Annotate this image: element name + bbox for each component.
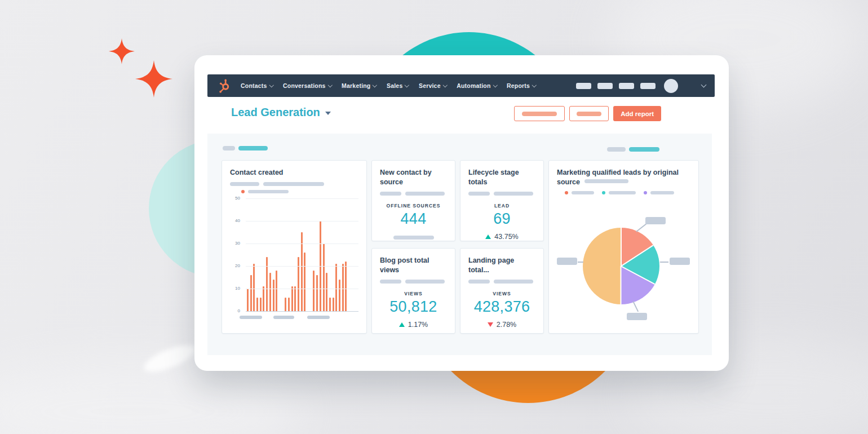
nav-item-marketing[interactable]: Marketing — [342, 82, 377, 89]
y-axis-tick: 20 — [235, 263, 240, 268]
chevron-down-icon — [269, 83, 273, 87]
bar — [273, 280, 274, 311]
pie-slice-separator — [621, 228, 622, 266]
gridline — [246, 243, 358, 244]
bar — [250, 275, 252, 311]
card-lifecycle-stage-totals: Lifecycle stage totals LEAD 69 43.75% — [460, 160, 544, 241]
dashboard-filter-selected[interactable] — [629, 147, 659, 152]
y-axis: 01020304050 — [230, 199, 241, 312]
y-axis-tick: 40 — [235, 218, 240, 223]
app-window: ContactsConversationsMarketingSalesServi… — [194, 55, 729, 371]
metric-label: LEAD — [468, 203, 535, 209]
bar-group — [247, 198, 277, 311]
legend-item — [602, 191, 636, 194]
card-title: Contact created — [230, 168, 358, 178]
nav-icon-placeholder[interactable] — [619, 83, 634, 89]
bar — [260, 298, 262, 311]
card-title: New contact by source — [380, 168, 447, 187]
chevron-down-icon — [532, 83, 537, 87]
gridline — [246, 311, 358, 312]
subtitle-placeholder-pill — [468, 280, 490, 284]
nav-item-sales[interactable]: Sales — [387, 82, 409, 89]
nav-item-automation[interactable]: Automation — [457, 82, 497, 89]
bar — [294, 286, 296, 311]
subtitle-placeholder-pill — [380, 280, 401, 284]
header-actions: Add report — [514, 106, 661, 121]
pie-callout-label — [557, 258, 577, 265]
gridline — [246, 266, 358, 267]
sparkle-star-icon — [135, 57, 172, 101]
legend-dot-icon — [565, 191, 568, 194]
chevron-down-icon — [327, 83, 332, 87]
x-axis-label-pill — [307, 316, 330, 319]
bar — [269, 273, 271, 311]
dashboard-tab-selected[interactable] — [238, 146, 268, 150]
bar — [333, 298, 334, 311]
legend-dot-icon — [602, 191, 605, 194]
nav-icon-placeholder[interactable] — [597, 83, 613, 89]
hubspot-logo-icon[interactable] — [216, 78, 232, 94]
delta-value: 1.17% — [408, 321, 428, 329]
card-title-text: Marketing qualified leads by original so… — [557, 169, 679, 186]
nav-item-reports[interactable]: Reports — [507, 82, 536, 89]
dashboard-tab-placeholder[interactable] — [223, 146, 235, 150]
gridline — [246, 198, 358, 199]
sparkle-star-icon — [109, 36, 135, 67]
legend-label-placeholder — [609, 191, 636, 194]
subtitle-placeholder-pill — [468, 192, 490, 196]
x-axis-label-pill — [240, 316, 262, 319]
x-axis-labels — [236, 316, 358, 319]
subtitle-placeholder-pill — [263, 182, 324, 186]
legend-dot-icon — [644, 191, 647, 194]
nav-item-contacts[interactable]: Contacts — [241, 82, 273, 89]
bar-chart: 01020304050 — [230, 199, 358, 312]
legend-label-placeholder — [572, 191, 594, 194]
nav-icon-placeholder[interactable] — [640, 83, 656, 89]
pie-slice-separator — [621, 265, 656, 284]
avatar[interactable] — [664, 79, 678, 93]
nav-item-label: Marketing — [342, 82, 370, 89]
bar-chart-plot — [246, 199, 358, 312]
delta-up-icon — [485, 234, 491, 239]
dashboard-filter-placeholder[interactable] — [607, 147, 626, 152]
dashboard-title-dropdown[interactable]: Lead Generation — [231, 106, 331, 119]
header-button-placeholder-1[interactable] — [514, 106, 565, 121]
bar — [323, 243, 325, 311]
card-landing-page-total: Landing page total... VIEWS 428,376 2.78… — [460, 248, 544, 334]
caret-down-icon — [325, 112, 331, 115]
nav-item-service[interactable]: Service — [419, 82, 446, 89]
bar — [342, 264, 344, 311]
legend-item — [644, 191, 674, 194]
chevron-down-icon[interactable] — [701, 82, 707, 88]
legend-dot-icon — [241, 190, 245, 193]
nav-item-conversations[interactable]: Conversations — [283, 82, 331, 89]
pie-callout-label — [627, 313, 647, 320]
button-label-placeholder — [577, 112, 601, 116]
card-blog-post-total-views: Blog post total views VIEWS 50,812 1.17% — [371, 248, 455, 334]
bar — [329, 298, 331, 311]
delta-up-icon — [399, 322, 405, 327]
subtitle-placeholder-pill — [405, 280, 445, 284]
page-background: { "colors": { "navbar_bg": "#2d3e50", "a… — [0, 0, 868, 434]
pie-callout-label — [645, 217, 666, 224]
subtitle-placeholder-pill — [230, 182, 259, 186]
chevron-down-icon — [373, 83, 377, 87]
legend-item — [565, 191, 594, 194]
delta-value: 43.75% — [494, 233, 518, 241]
bar — [298, 257, 299, 311]
bar — [316, 275, 318, 311]
card-title: Marketing qualified leads by original so… — [557, 168, 690, 187]
pie-callout-label — [670, 258, 690, 265]
card-title: Blog post total views — [380, 256, 447, 275]
subtitle-placeholder-pill — [494, 192, 533, 196]
legend-label-placeholder — [650, 191, 674, 194]
pie-chart — [583, 228, 659, 304]
add-report-button[interactable]: Add report — [613, 106, 661, 121]
subtitle-placeholder-pill — [584, 179, 628, 183]
header-button-placeholder-2[interactable] — [569, 106, 609, 121]
nav-icon-placeholder[interactable] — [576, 83, 591, 89]
nav-icon-placeholders — [576, 83, 656, 89]
y-axis-tick: 50 — [235, 196, 240, 201]
bar — [285, 298, 286, 311]
metric-label: VIEWS — [468, 291, 535, 296]
